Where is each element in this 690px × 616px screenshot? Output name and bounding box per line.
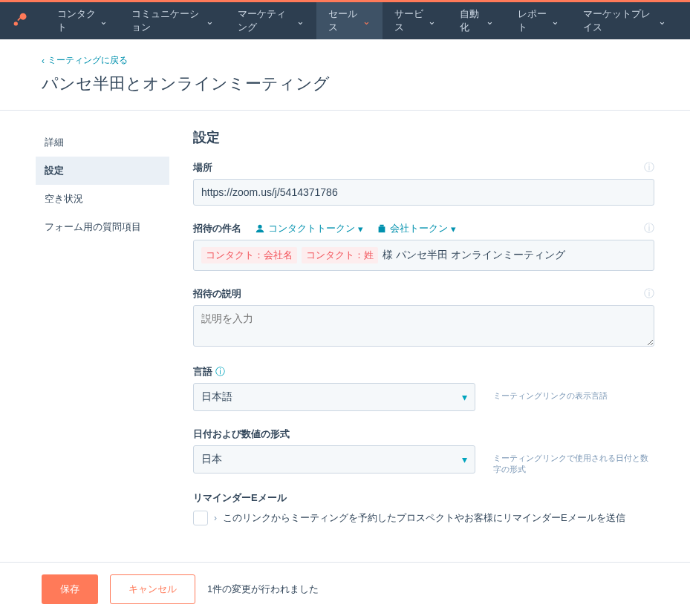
back-link[interactable]: ‹ ミーティングに戻る xyxy=(42,54,654,67)
field-reminder: リマインダーEメール › このリンクからミーティングを予約したプロスペクトやお客… xyxy=(193,491,654,525)
nav-marketing[interactable]: マーケティング⌄ xyxy=(226,2,316,39)
footer: 保存 キャンセル 1件の変更が行われました xyxy=(0,562,690,616)
reminder-checkbox[interactable] xyxy=(193,511,208,525)
nav-contacts[interactable]: コンタクト⌄ xyxy=(45,2,120,39)
nav-automation[interactable]: 自動化⌄ xyxy=(448,2,506,39)
date-format-label: 日付および数値の形式 xyxy=(193,427,290,441)
top-nav: コンタクト⌄ コミュニケーション⌄ マーケティング⌄ セールス⌄ サービス⌄ 自… xyxy=(0,2,690,39)
svg-point-3 xyxy=(258,225,261,229)
nav-service[interactable]: サービス⌄ xyxy=(383,2,449,39)
cancel-button[interactable]: キャンセル xyxy=(110,574,195,604)
nav-marketplace[interactable]: マーケットプレイス⌄ xyxy=(571,2,678,39)
sidebar-item-settings[interactable]: 設定 xyxy=(36,157,169,185)
back-link-label: ミーティングに戻る xyxy=(48,54,128,67)
date-format-value: 日本 xyxy=(201,453,222,466)
chevron-down-icon: ⌄ xyxy=(486,16,494,27)
chevron-left-icon: ‹ xyxy=(42,56,45,66)
content: 詳細 設定 空き状況 フォーム用の質問項目 設定 場所 ⓘ 招待の件名 コンタク… xyxy=(0,111,690,616)
sidebar-item-availability[interactable]: 空き状況 xyxy=(36,185,169,213)
subject-input[interactable]: コンタクト：会社名 コンタクト：姓 様 パンセ半田 オンラインミーティング xyxy=(193,240,654,271)
page-title: パンセ半田とオンラインミーティング xyxy=(42,73,654,95)
sidebar-item-form-questions[interactable]: フォーム用の質問項目 xyxy=(36,213,169,241)
chevron-down-icon: ▾ xyxy=(358,223,363,235)
description-label: 招待の説明 xyxy=(193,287,241,301)
svg-rect-4 xyxy=(379,226,385,232)
caret-down-icon: ▾ xyxy=(462,391,467,403)
nav-reports[interactable]: レポート⌄ xyxy=(506,2,572,39)
location-input[interactable] xyxy=(193,179,654,206)
save-button[interactable]: 保存 xyxy=(42,574,98,604)
chevron-down-icon: ⌄ xyxy=(100,16,108,27)
reminder-text: このリンクからミーティングを予約したプロスペクトやお客様にリマインダーEメールを… xyxy=(223,511,625,525)
caret-down-icon: ▾ xyxy=(462,453,467,465)
svg-rect-2 xyxy=(17,17,21,21)
person-icon xyxy=(255,223,265,234)
token-chip-company[interactable]: コンタクト：会社名 xyxy=(201,247,297,263)
info-icon[interactable]: ⓘ xyxy=(644,287,654,301)
field-language: 言語 ⓘ 日本語 ▾ ミーティングリンクの表示言語 xyxy=(193,365,654,411)
nav-communication[interactable]: コミュニケーション⌄ xyxy=(120,2,227,39)
info-icon[interactable]: ⓘ xyxy=(644,222,654,235)
info-icon[interactable]: ⓘ xyxy=(644,161,654,174)
field-date-format: 日付および数値の形式 日本 ▾ ミーティングリンクで使用される日付と数字の形式 xyxy=(193,427,654,475)
section-title: 設定 xyxy=(193,128,654,146)
description-textarea[interactable] xyxy=(193,305,654,347)
sidebar: 詳細 設定 空き状況 フォーム用の質問項目 xyxy=(36,128,169,542)
chevron-down-icon: ⌄ xyxy=(362,16,371,27)
building-icon xyxy=(377,223,387,234)
language-help: ミーティングリンクの表示言語 xyxy=(493,383,654,402)
language-label: 言語 xyxy=(193,365,212,379)
svg-point-1 xyxy=(14,22,18,25)
chevron-down-icon: ⌄ xyxy=(296,16,305,27)
subject-text: 様 パンセ半田 オンラインミーティング xyxy=(383,249,565,262)
main: 設定 場所 ⓘ 招待の件名 コンタクトトークン ▾ xyxy=(193,128,654,542)
location-label: 場所 xyxy=(193,161,212,174)
nav-items: コンタクト⌄ コミュニケーション⌄ マーケティング⌄ セールス⌄ サービス⌄ 自… xyxy=(45,2,678,39)
language-select[interactable]: 日本語 ▾ xyxy=(193,383,475,411)
field-location: 場所 ⓘ xyxy=(193,161,654,206)
field-description: 招待の説明 ⓘ xyxy=(193,287,654,349)
chevron-down-icon: ⌄ xyxy=(551,16,559,27)
token-chip-lastname[interactable]: コンタクト：姓 xyxy=(302,247,378,263)
subject-label: 招待の件名 xyxy=(193,222,241,235)
svg-rect-5 xyxy=(380,225,383,227)
save-status: 1件の変更が行われました xyxy=(207,583,319,596)
chevron-down-icon: ▾ xyxy=(451,223,456,235)
logo-icon[interactable] xyxy=(12,12,27,30)
svg-point-0 xyxy=(20,13,27,20)
sidebar-item-detail[interactable]: 詳細 xyxy=(36,128,169,157)
language-value: 日本語 xyxy=(201,390,232,404)
chevron-down-icon: ⌄ xyxy=(428,16,436,27)
field-subject: 招待の件名 コンタクトトークン ▾ 会社トークン ▾ ⓘ コンタクト：会社名 xyxy=(193,222,654,271)
chevron-down-icon: ⌄ xyxy=(658,16,666,27)
page-header: ‹ ミーティングに戻る パンセ半田とオンラインミーティング xyxy=(0,39,690,110)
chevron-down-icon: ⌄ xyxy=(206,16,214,27)
contact-token-link[interactable]: コンタクトトークン ▾ xyxy=(255,222,363,235)
nav-sales[interactable]: セールス⌄ xyxy=(316,2,383,39)
chevron-right-icon[interactable]: › xyxy=(214,513,217,523)
company-token-link[interactable]: 会社トークン ▾ xyxy=(377,222,456,235)
reminder-label: リマインダーEメール xyxy=(193,492,287,503)
date-format-select[interactable]: 日本 ▾ xyxy=(193,445,475,474)
date-format-help: ミーティングリンクで使用される日付と数字の形式 xyxy=(493,445,654,475)
info-icon[interactable]: ⓘ xyxy=(215,365,225,379)
